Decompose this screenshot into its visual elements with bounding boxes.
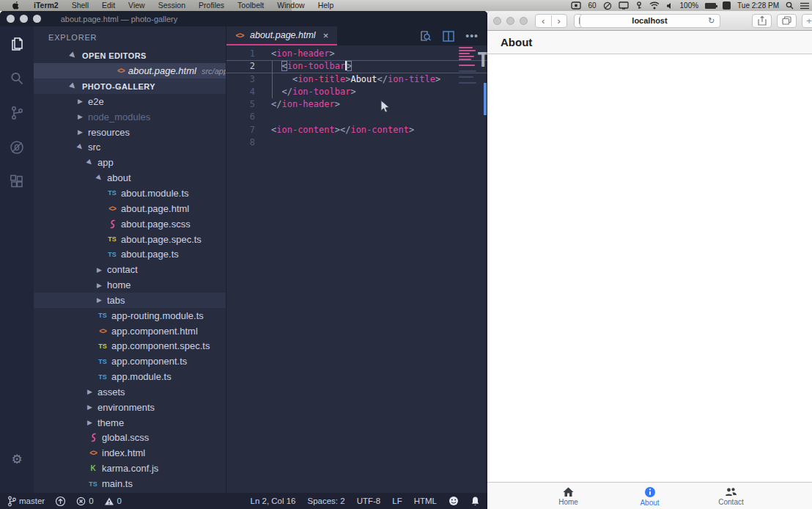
tree-item-contact[interactable]: ▶contact bbox=[34, 262, 226, 277]
menu-item-help[interactable]: Help bbox=[311, 0, 341, 11]
publish-icon[interactable] bbox=[55, 496, 66, 507]
errors-indicator[interactable]: 0 bbox=[76, 497, 93, 506]
code-line-5[interactable]: 5</ion-header> bbox=[226, 98, 487, 111]
reload-icon[interactable]: ↻ bbox=[708, 16, 715, 26]
explorer-icon[interactable] bbox=[0, 26, 34, 61]
chevron-expanded-icon[interactable]: ▶ bbox=[69, 81, 79, 92]
app-tab-about[interactable]: About bbox=[609, 483, 690, 509]
battery-icon[interactable] bbox=[705, 3, 716, 9]
tree-item-app[interactable]: ▶app bbox=[34, 155, 226, 170]
tree-item-about.page.ts[interactable]: TSabout.page.ts bbox=[34, 246, 226, 262]
tree-item-about.module.ts[interactable]: TSabout.module.ts bbox=[34, 186, 226, 201]
code-line-2[interactable]: 2 <ion-toolbar> bbox=[226, 60, 487, 73]
chevron-collapsed-icon[interactable]: ▶ bbox=[87, 419, 95, 426]
menu-item-toolbelt[interactable]: Toolbelt bbox=[231, 0, 270, 11]
menu-clock[interactable]: Tue 2:28 PM bbox=[737, 1, 779, 10]
tree-item-about.page.html[interactable]: <>about.page.html bbox=[34, 201, 226, 216]
debug-icon[interactable] bbox=[0, 130, 34, 164]
tree-item-tabs[interactable]: ▶tabs bbox=[34, 293, 226, 308]
tree-item-node_modules[interactable]: ▶node_modules bbox=[34, 109, 226, 125]
key-icon[interactable] bbox=[635, 1, 643, 10]
tree-item-assets[interactable]: ▶assets bbox=[34, 384, 226, 400]
code-line-4[interactable]: 4 </ion-toolbar> bbox=[226, 86, 487, 98]
tree-item-app.component.spec.ts[interactable]: TSapp.component.spec.ts bbox=[34, 339, 226, 354]
open-editor-item[interactable]: <> about.page.html src/app/about bbox=[34, 63, 226, 78]
minimize-window-button[interactable] bbox=[506, 17, 514, 25]
tab-about-page-html[interactable]: <> about.page.html × bbox=[226, 26, 337, 45]
back-button[interactable]: ‹ bbox=[536, 15, 551, 26]
chevron-collapsed-icon[interactable]: ▶ bbox=[78, 113, 85, 120]
tree-item-home[interactable]: ▶home bbox=[34, 277, 226, 293]
code-line-1[interactable]: 1<ion-header> bbox=[226, 48, 487, 60]
cursor-position[interactable]: Ln 2, Col 16 bbox=[251, 497, 296, 505]
display-icon[interactable] bbox=[619, 1, 629, 10]
spotlight-icon[interactable] bbox=[786, 1, 794, 10]
notifications-bell-icon[interactable] bbox=[470, 496, 480, 506]
tree-item-theme[interactable]: ▶theme bbox=[34, 415, 226, 431]
tree-item-about[interactable]: ▶about bbox=[34, 170, 226, 186]
chevron-collapsed-icon[interactable]: ▶ bbox=[78, 98, 85, 105]
volume-icon[interactable] bbox=[666, 2, 673, 10]
close-window-button[interactable] bbox=[493, 17, 501, 25]
tree-item-environments[interactable]: ▶environments bbox=[34, 400, 226, 415]
tree-item-src[interactable]: ▶src bbox=[34, 140, 226, 155]
chevron-collapsed-icon[interactable]: ▶ bbox=[97, 282, 104, 289]
code-line-7[interactable]: 7<ion-content></ion-content> bbox=[226, 124, 487, 136]
fps-meter[interactable]: 60 bbox=[588, 1, 596, 10]
open-preview-icon[interactable] bbox=[419, 30, 432, 42]
address-bar[interactable]: localhost ↻ bbox=[580, 14, 720, 28]
tab-close-icon[interactable]: × bbox=[323, 30, 329, 41]
tree-item-app-routing.module.ts[interactable]: TSapp-routing.module.ts bbox=[34, 308, 226, 323]
chevron-collapsed-icon[interactable]: ▶ bbox=[97, 296, 104, 304]
tree-item-resources[interactable]: ▶resources bbox=[34, 125, 226, 140]
indentation-setting[interactable]: Spaces: 2 bbox=[308, 497, 345, 505]
tree-item-main.ts[interactable]: TSmain.ts bbox=[34, 476, 226, 491]
tree-item-app.module.ts[interactable]: TSapp.module.ts bbox=[34, 369, 226, 384]
code-line-8[interactable]: 8 bbox=[226, 136, 487, 149]
vscode-titlebar[interactable]: about.page.html — photo-gallery bbox=[0, 11, 487, 26]
chevron-expanded-icon[interactable]: ▶ bbox=[86, 158, 96, 168]
tree-item-e2e[interactable]: ▶e2e bbox=[34, 94, 226, 109]
more-actions-icon[interactable]: ••• bbox=[465, 30, 479, 42]
source-control-icon[interactable] bbox=[0, 95, 34, 130]
wifi-icon[interactable] bbox=[649, 1, 660, 10]
menu-item-edit[interactable]: Edit bbox=[95, 0, 122, 11]
menu-item-window[interactable]: Window bbox=[270, 0, 311, 11]
tree-item-karma.conf.js[interactable]: Kkarma.conf.js bbox=[34, 461, 226, 476]
zoom-window-button[interactable] bbox=[520, 17, 528, 25]
warnings-indicator[interactable]: 0 bbox=[104, 497, 122, 506]
code-line-6[interactable]: 6 bbox=[226, 111, 487, 123]
apple-menu-icon[interactable] bbox=[6, 1, 27, 10]
safari-toolbar[interactable]: ‹ › localhost ↻ + bbox=[487, 11, 812, 31]
open-editors-section[interactable]: ▶ OPEN EDITORS bbox=[34, 48, 226, 63]
new-tab-button[interactable]: + bbox=[802, 14, 812, 28]
forward-button[interactable]: › bbox=[551, 15, 567, 26]
chevron-collapsed-icon[interactable]: ▶ bbox=[87, 403, 95, 411]
tree-item-index.html[interactable]: <>index.html bbox=[34, 445, 226, 461]
settings-gear-icon[interactable]: ⚙ bbox=[0, 442, 34, 477]
eol-setting[interactable]: LF bbox=[392, 497, 402, 505]
notification-center-icon[interactable] bbox=[800, 2, 809, 10]
split-editor-icon[interactable] bbox=[443, 31, 454, 42]
menu-item-view[interactable]: View bbox=[122, 0, 152, 11]
screen-record-icon[interactable] bbox=[571, 1, 581, 10]
encoding-setting[interactable]: UTF-8 bbox=[357, 497, 381, 505]
chevron-collapsed-icon[interactable]: ▶ bbox=[87, 388, 95, 395]
menu-item-session[interactable]: Session bbox=[152, 0, 192, 11]
do-not-disturb-icon[interactable] bbox=[603, 1, 612, 10]
chevron-expanded-icon[interactable]: ▶ bbox=[69, 51, 79, 61]
code-editor[interactable]: 1<ion-header>2 <ion-toolbar>3 <ion-title… bbox=[226, 45, 487, 493]
search-icon[interactable] bbox=[0, 61, 34, 95]
share-button[interactable] bbox=[752, 14, 772, 28]
menu-item-profiles[interactable]: Profiles bbox=[192, 0, 231, 11]
chevron-collapsed-icon[interactable]: ▶ bbox=[78, 128, 85, 136]
chevron-collapsed-icon[interactable]: ▶ bbox=[97, 266, 104, 274]
code-line-3[interactable]: 3 <ion-title>About</ion-title> bbox=[226, 73, 487, 86]
extensions-icon[interactable] bbox=[0, 164, 34, 199]
chevron-expanded-icon[interactable]: ▶ bbox=[76, 142, 86, 153]
tree-item-global.scss[interactable]: global.scss bbox=[34, 431, 226, 446]
feedback-smiley-icon[interactable] bbox=[449, 496, 459, 506]
tree-item-about.page.spec.ts[interactable]: TSabout.page.spec.ts bbox=[34, 232, 226, 247]
menu-app-name[interactable]: iTerm2 bbox=[27, 0, 65, 11]
tree-item-about.page.scss[interactable]: about.page.scss bbox=[34, 216, 226, 232]
